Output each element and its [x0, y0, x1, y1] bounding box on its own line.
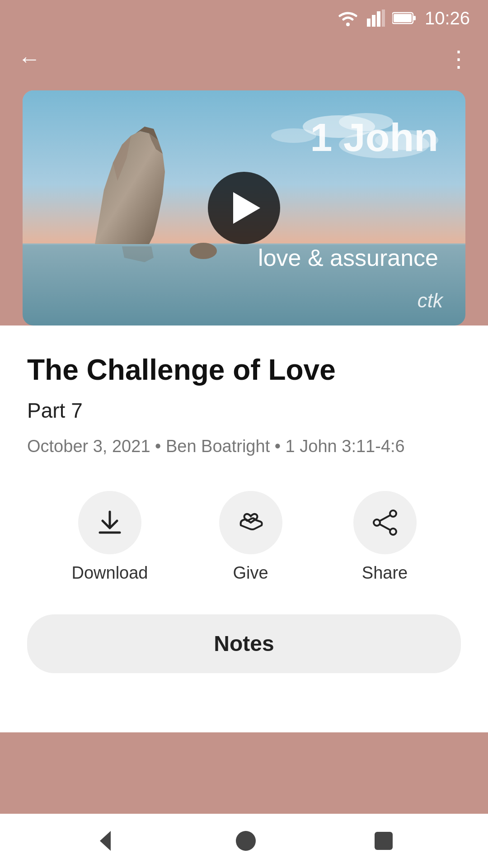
share-icon: [371, 508, 399, 537]
svg-line-23: [380, 524, 390, 530]
download-button[interactable]: Download: [72, 491, 148, 583]
svg-rect-4: [382, 9, 385, 27]
download-icon: [95, 508, 124, 537]
notes-button[interactable]: Notes: [27, 614, 461, 673]
svg-rect-1: [367, 19, 371, 27]
nav-recent-button[interactable]: [372, 829, 395, 853]
svg-marker-24: [100, 831, 111, 851]
play-triangle-icon: [233, 192, 260, 224]
signal-icon: [367, 9, 385, 27]
nav-home-button[interactable]: [232, 827, 259, 854]
nav-back-button[interactable]: [93, 827, 120, 854]
svg-point-25: [236, 831, 256, 851]
svg-point-21: [374, 519, 380, 526]
top-navigation: ← ⋮: [0, 36, 488, 81]
status-bar: 10:26: [0, 0, 488, 36]
status-time: 10:26: [425, 8, 470, 28]
give-button[interactable]: Give: [219, 491, 282, 583]
video-overlay-subtitle: love & assurance: [258, 244, 438, 271]
svg-point-19: [390, 510, 396, 517]
sermon-title: The Challenge of Love: [27, 353, 461, 387]
svg-point-0: [346, 23, 350, 26]
sermon-meta: October 3, 2021 • Ben Boatright • 1 John…: [27, 434, 461, 459]
sermon-part: Part 7: [27, 398, 461, 423]
notes-label: Notes: [214, 631, 274, 656]
action-buttons-row: Download Give: [27, 491, 461, 583]
more-options-button[interactable]: ⋮: [447, 47, 470, 70]
svg-point-13: [271, 128, 316, 143]
battery-icon: [392, 12, 416, 24]
svg-point-20: [390, 528, 396, 535]
play-button[interactable]: [208, 172, 280, 244]
nav-recent-icon: [372, 829, 395, 853]
svg-point-16: [190, 243, 217, 259]
nav-back-icon: [93, 827, 120, 854]
back-button[interactable]: ←: [18, 47, 41, 70]
svg-line-22: [380, 515, 390, 521]
bottom-navigation: [0, 814, 488, 868]
video-overlay-title: 1 John: [310, 118, 438, 157]
download-icon-circle: [78, 491, 141, 554]
nav-home-icon: [232, 827, 259, 854]
video-thumbnail: 1 John love & assurance ctk: [23, 90, 465, 326]
status-icons: [336, 9, 416, 27]
give-label: Give: [233, 563, 268, 583]
download-label: Download: [72, 563, 148, 583]
svg-rect-26: [375, 832, 393, 850]
give-icon: [236, 508, 265, 537]
share-label: Share: [362, 563, 408, 583]
svg-rect-3: [377, 11, 380, 27]
share-button[interactable]: Share: [353, 491, 417, 583]
svg-rect-7: [394, 14, 412, 22]
svg-rect-6: [413, 16, 416, 20]
content-area: The Challenge of Love Part 7 October 3, …: [0, 326, 488, 732]
video-watermark: ctk: [418, 289, 443, 312]
wifi-icon: [336, 9, 360, 27]
svg-rect-2: [372, 15, 375, 27]
give-icon-circle: [219, 491, 282, 554]
share-icon-circle: [353, 491, 417, 554]
